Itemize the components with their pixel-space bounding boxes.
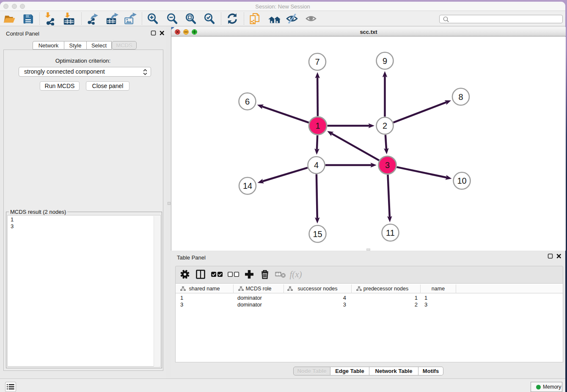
svg-text:10: 10 — [457, 176, 466, 185]
svg-text:9: 9 — [383, 56, 387, 66]
svg-text:11: 11 — [386, 228, 395, 237]
svg-text:6: 6 — [245, 97, 250, 106]
svg-text:4: 4 — [314, 160, 319, 170]
svg-text:3: 3 — [385, 160, 390, 170]
svg-text:15: 15 — [313, 229, 322, 239]
svg-text:1: 1 — [315, 121, 320, 130]
svg-text:8: 8 — [458, 92, 463, 102]
svg-text:f(x): f(x) — [289, 269, 302, 279]
svg-text:2: 2 — [383, 121, 387, 130]
svg-text:7: 7 — [315, 57, 319, 66]
svg-text:14: 14 — [243, 181, 252, 190]
